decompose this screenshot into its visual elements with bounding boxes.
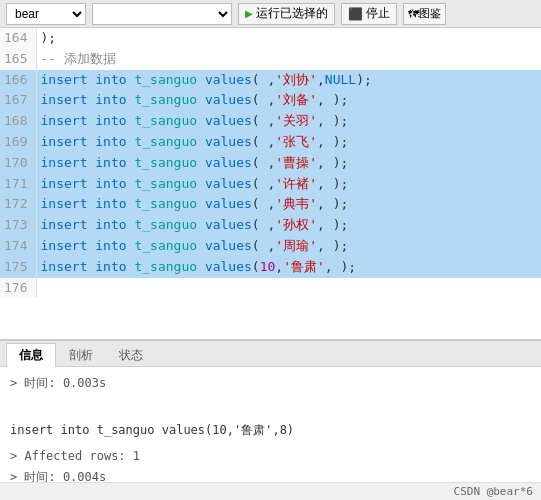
toolbar: bear ▶ 运行已选择的 ⬛ 停止 🗺 图鉴 xyxy=(0,0,541,28)
message-line xyxy=(10,395,531,417)
line-code[interactable]: insert into t_sanguo values( ,'刘协',NULL)… xyxy=(36,70,541,91)
line-code[interactable]: insert into t_sanguo values( ,'刘备', ); xyxy=(36,90,541,111)
line-code[interactable]: insert into t_sanguo values( ,'张飞', ); xyxy=(36,132,541,153)
line-number: 166 xyxy=(0,70,36,91)
table-row: 168insert into t_sanguo values( ,'关羽', )… xyxy=(0,111,541,132)
table-row: 169insert into t_sanguo values( ,'张飞', )… xyxy=(0,132,541,153)
table-row: 164); xyxy=(0,28,541,49)
run-button-label: 运行已选择的 xyxy=(256,5,328,22)
stop-icon: ⬛ xyxy=(348,7,363,21)
line-code[interactable]: insert into t_sanguo values( ,'周瑜', ); xyxy=(36,236,541,257)
table-row: 170insert into t_sanguo values( ,'曹操', )… xyxy=(0,153,541,174)
line-code[interactable]: insert into t_sanguo values( ,'关羽', ); xyxy=(36,111,541,132)
explain-icon: 🗺 xyxy=(408,8,419,20)
message-line: > 时间: 0.004s xyxy=(10,467,531,482)
line-number: 175 xyxy=(0,257,36,278)
table-row: 174insert into t_sanguo values( ,'周瑜', )… xyxy=(0,236,541,257)
line-code[interactable]: insert into t_sanguo values( ,'孙权', ); xyxy=(36,215,541,236)
message-line: > 时间: 0.003s xyxy=(10,373,531,395)
table-row: 175insert into t_sanguo values(10,'鲁肃', … xyxy=(0,257,541,278)
explain-button[interactable]: 🗺 图鉴 xyxy=(403,3,446,25)
line-number: 170 xyxy=(0,153,36,174)
bottom-tabs: 信息 剖析 状态 xyxy=(0,341,541,367)
code-editor[interactable]: 164);165-- 添加数据166insert into t_sanguo v… xyxy=(0,28,541,340)
db-selector[interactable]: bear xyxy=(6,3,86,25)
message-line: > Affected rows: 1 xyxy=(10,446,531,468)
table-row: 173insert into t_sanguo values( ,'孙权', )… xyxy=(0,215,541,236)
table-row: 176 xyxy=(0,278,541,299)
line-number: 164 xyxy=(0,28,36,49)
line-number: 168 xyxy=(0,111,36,132)
line-code[interactable]: insert into t_sanguo values( ,'许褚', ); xyxy=(36,174,541,195)
table-selector[interactable] xyxy=(92,3,232,25)
table-row: 172insert into t_sanguo values( ,'典韦', )… xyxy=(0,194,541,215)
line-code[interactable] xyxy=(36,278,541,299)
table-row: 167insert into t_sanguo values( ,'刘备', )… xyxy=(0,90,541,111)
line-code[interactable]: ); xyxy=(36,28,541,49)
line-code[interactable]: insert into t_sanguo values(10,'鲁肃', ); xyxy=(36,257,541,278)
tab-profile[interactable]: 剖析 xyxy=(56,343,106,367)
tab-info[interactable]: 信息 xyxy=(6,343,56,367)
line-code[interactable]: insert into t_sanguo values( ,'典韦', ); xyxy=(36,194,541,215)
table-row: 166insert into t_sanguo values( ,'刘协',NU… xyxy=(0,70,541,91)
tab-status[interactable]: 状态 xyxy=(106,343,156,367)
message-line: insert into t_sanguo values(10,'鲁肃',8) xyxy=(10,420,531,442)
table-row: 171insert into t_sanguo values( ,'许褚', )… xyxy=(0,174,541,195)
bottom-content: > 时间: 0.003s insert into t_sanguo values… xyxy=(0,367,541,482)
line-number: 176 xyxy=(0,278,36,299)
bottom-footer: CSDN @bear*6 xyxy=(0,482,541,500)
line-code[interactable]: -- 添加数据 xyxy=(36,49,541,70)
stop-button-label: 停止 xyxy=(366,5,390,22)
code-table: 164);165-- 添加数据166insert into t_sanguo v… xyxy=(0,28,541,298)
line-code[interactable]: insert into t_sanguo values( ,'曹操', ); xyxy=(36,153,541,174)
footer-text: CSDN @bear*6 xyxy=(454,485,533,498)
comment-span: -- 添加数据 xyxy=(41,51,116,66)
line-number: 171 xyxy=(0,174,36,195)
line-number: 165 xyxy=(0,49,36,70)
run-button[interactable]: ▶ 运行已选择的 xyxy=(238,3,335,25)
line-number: 173 xyxy=(0,215,36,236)
line-number: 169 xyxy=(0,132,36,153)
table-row: 165-- 添加数据 xyxy=(0,49,541,70)
play-icon: ▶ xyxy=(245,8,253,19)
line-number: 172 xyxy=(0,194,36,215)
bottom-panel: 信息 剖析 状态 > 时间: 0.003s insert into t_sang… xyxy=(0,340,541,500)
explain-label: 图鉴 xyxy=(419,6,441,21)
line-number: 174 xyxy=(0,236,36,257)
line-number: 167 xyxy=(0,90,36,111)
stop-button[interactable]: ⬛ 停止 xyxy=(341,3,397,25)
